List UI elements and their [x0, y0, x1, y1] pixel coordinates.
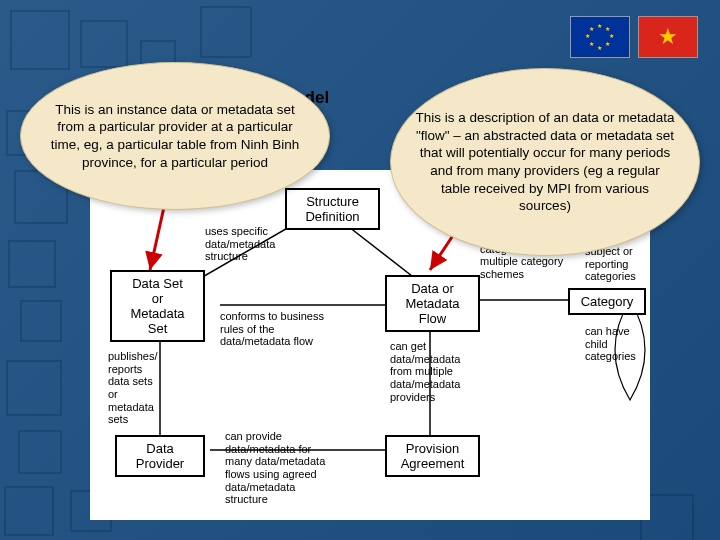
label-uses-structure: uses specific data/metadata structure [205, 225, 295, 263]
box-category: Category [568, 288, 646, 315]
box-data-set: Data Set or Metadata Set [110, 270, 205, 342]
vietnam-flag-icon: ★ [638, 16, 698, 58]
eu-flag-icon: ★★ ★★ ★★ ★★ [570, 16, 630, 58]
label-conforms: conforms to business rules of the data/m… [220, 310, 350, 348]
callout-dataset: This is an instance data or metadata set… [20, 62, 330, 210]
box-structure-definition: Structure Definition [285, 188, 380, 230]
label-publishes: publishes/ reports data sets or metadata… [108, 350, 178, 426]
box-data-flow: Data or Metadata Flow [385, 275, 480, 332]
label-child: can have child categories [585, 325, 655, 363]
label-can-get: can get data/metadata from multiple data… [390, 340, 490, 403]
label-can-provide: can provide data/metadata for many data/… [225, 430, 360, 506]
callout-flow-text: This is a description of an data or meta… [415, 109, 675, 214]
callout-dataset-text: This is an instance data or metadata set… [45, 101, 305, 171]
box-data-provider: Data Provider [115, 435, 205, 477]
callout-flow: This is a description of an data or meta… [390, 68, 700, 256]
box-provision-agreement: Provision Agreement [385, 435, 480, 477]
